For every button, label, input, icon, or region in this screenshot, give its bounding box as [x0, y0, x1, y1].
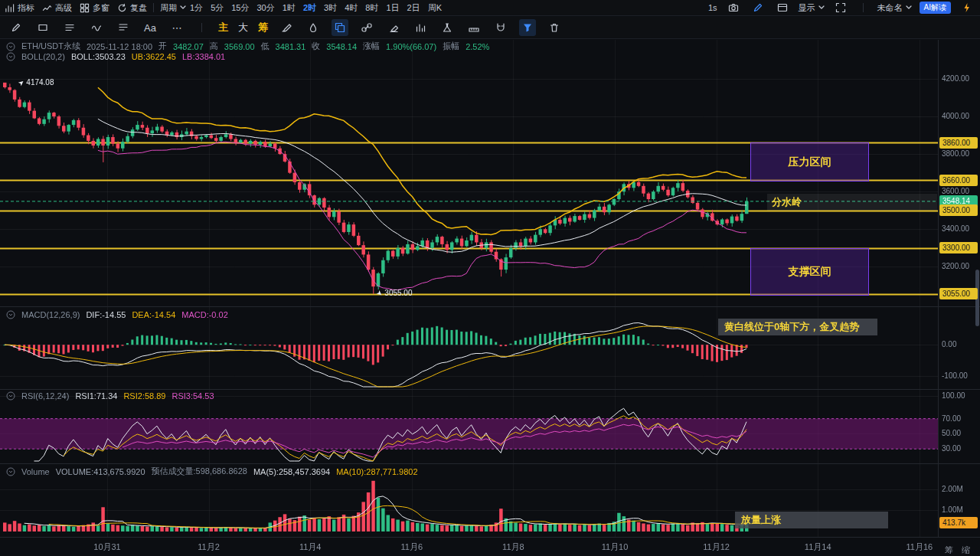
volume-ma5-value: MA(5):258,457.3694: [253, 467, 330, 476]
link-tool[interactable]: [358, 19, 375, 36]
watershed-annotation[interactable]: 分水岭: [767, 194, 937, 211]
tf-5m[interactable]: 5分: [207, 2, 227, 14]
multi-window-label: 多窗: [93, 2, 109, 14]
display-dropdown[interactable]: 显示: [799, 2, 825, 14]
collapse-icon[interactable]: [6, 310, 15, 319]
magnet-tool[interactable]: [492, 19, 509, 36]
tf-3h[interactable]: 3时: [320, 2, 341, 14]
timeframe-group: 1分 5分 15分 30分 1时 2时 3时 4时 8时 1日 2日 周K: [186, 2, 446, 14]
panel-button[interactable]: [774, 0, 791, 16]
rsi2-value: RSI2:58.89: [123, 391, 165, 401]
support-zone-box[interactable]: 支撑区间: [750, 248, 869, 296]
tf-15m[interactable]: 15分: [227, 2, 253, 14]
flask-tool[interactable]: [439, 19, 456, 36]
chips-toggle[interactable]: 筹: [258, 21, 268, 34]
tf-4h[interactable]: 4时: [341, 2, 361, 14]
price-axis-badge: 3860.00: [939, 137, 978, 149]
volume-ma10-value: MA(10):287,771.9802: [336, 467, 417, 476]
indicators-label: 指标: [18, 2, 34, 14]
filter-tool-active[interactable]: [519, 19, 536, 36]
x-axis-label: 11月2: [198, 541, 220, 553]
bars-tool[interactable]: [412, 19, 429, 36]
tf-1m[interactable]: 1分: [186, 2, 207, 14]
tf-8h[interactable]: 8时: [361, 2, 382, 14]
wave-tool[interactable]: [88, 19, 105, 36]
boll-name: BOLL(20,2): [21, 52, 65, 61]
ai-analysis-button[interactable]: AI解读: [920, 2, 951, 14]
change-value: 1.90%(66.07): [386, 42, 436, 51]
macd-name: MACD(12,26,9): [21, 310, 80, 319]
advanced-button[interactable]: 高级: [42, 2, 72, 14]
chips-button[interactable]: 筹: [945, 545, 953, 556]
rsi1-value: RSI1:71.34: [75, 391, 117, 401]
layout-name-dropdown[interactable]: 未命名: [877, 2, 912, 14]
high-value: 3569.00: [224, 42, 255, 51]
tf-30m[interactable]: 30分: [253, 2, 279, 14]
volume-header: Volume VOLUME:413,675.9920 预估成交量:598,686…: [6, 466, 418, 477]
resistance-zone-box[interactable]: 压力区间: [750, 142, 869, 182]
low-price-annotation[interactable]: ➤ 3055.00: [377, 289, 412, 297]
tf-2d[interactable]: 2日: [403, 2, 424, 14]
x-axis-label: 11月16: [906, 541, 933, 553]
volume-note-annotation[interactable]: 放量上涨: [735, 512, 888, 528]
trading-app: 指标 高级 多窗 复盘 周期 1分 5分 15分 30分 1时: [0, 0, 980, 556]
change-label: 涨幅: [363, 41, 380, 52]
fib-tool[interactable]: [115, 19, 132, 36]
tf-1w[interactable]: 周K: [424, 2, 446, 14]
resolution-label[interactable]: 1s: [708, 3, 717, 12]
tf-1d[interactable]: 1日: [382, 2, 403, 14]
text-tool[interactable]: Aa: [142, 19, 158, 36]
collapse-icon[interactable]: [6, 467, 15, 476]
multi-window-button[interactable]: 多窗: [80, 2, 109, 14]
shrink-button[interactable]: 缩: [962, 545, 970, 556]
lines-tool[interactable]: [61, 19, 78, 36]
flash-trade-button[interactable]: [959, 0, 975, 16]
copy-tool-active[interactable]: [332, 19, 348, 36]
period-dropdown[interactable]: 周期: [160, 2, 186, 14]
macd-note-annotation[interactable]: 黄白线位于0轴下方，金叉趋势: [718, 319, 877, 335]
screenshot-button[interactable]: [725, 0, 742, 16]
main-chart-toggle[interactable]: 主: [218, 21, 228, 34]
close-value: 3548.14: [326, 42, 357, 51]
fullscreen-button[interactable]: [832, 0, 849, 16]
symbol-ohlc-header: ETH/USDT永续 2025-11-12 18:00 开3482.07 高35…: [6, 41, 489, 52]
low-price-text: 3055.00: [384, 289, 412, 297]
arrow-icon: ➤: [17, 78, 26, 88]
low-label: 低: [261, 41, 270, 52]
divider: [153, 3, 154, 12]
tf-2h-active[interactable]: 2时: [299, 2, 320, 14]
rsi-header: RSI(6,12,24) RSI1:71.34 RSI2:58.89 RSI3:…: [6, 391, 214, 401]
collapse-icon[interactable]: [6, 391, 15, 401]
draw-button[interactable]: [750, 0, 766, 16]
x-axis-label: 11月14: [805, 541, 831, 553]
macd-dif-value: DIF:-14.55: [86, 310, 126, 319]
display-label: 显示: [799, 2, 815, 14]
tf-1h[interactable]: 1时: [279, 2, 299, 14]
paint-tool[interactable]: [305, 19, 322, 36]
boll-lb-value: LB:3384.01: [182, 52, 225, 61]
more-tools[interactable]: ⋯: [168, 19, 185, 36]
rectangle-tool[interactable]: [34, 19, 51, 36]
layout-name-label: 未命名: [877, 2, 903, 14]
multi-window-icon: [80, 3, 90, 13]
x-axis-label: 10月31: [93, 541, 120, 553]
volume-axis-badge: 413.7k: [939, 517, 978, 528]
symbol-name[interactable]: ETH/USDT永续: [21, 41, 80, 52]
low-value: 3481.31: [276, 42, 306, 51]
big-chart-toggle[interactable]: 大: [238, 21, 248, 34]
high-price-annotation[interactable]: ➤ 4174.08: [18, 78, 54, 87]
open-label: 开: [158, 41, 167, 52]
brush-tool[interactable]: [278, 19, 295, 36]
pencil-tool[interactable]: [8, 19, 24, 36]
close-label: 收: [312, 41, 320, 52]
collapse-icon[interactable]: [6, 42, 15, 51]
price-axis-badge: 3660.00: [939, 175, 978, 186]
indicators-button[interactable]: 指标: [5, 2, 34, 14]
collapse-icon[interactable]: [6, 52, 15, 61]
ruler-tool[interactable]: [466, 19, 482, 36]
price-axis-badge: 3500.00: [939, 204, 978, 216]
boll-ub-value: UB:3622.45: [132, 52, 176, 61]
eraser-tool[interactable]: [385, 19, 402, 36]
trash-tool[interactable]: [546, 19, 563, 36]
replay-button[interactable]: 复盘: [117, 2, 147, 14]
